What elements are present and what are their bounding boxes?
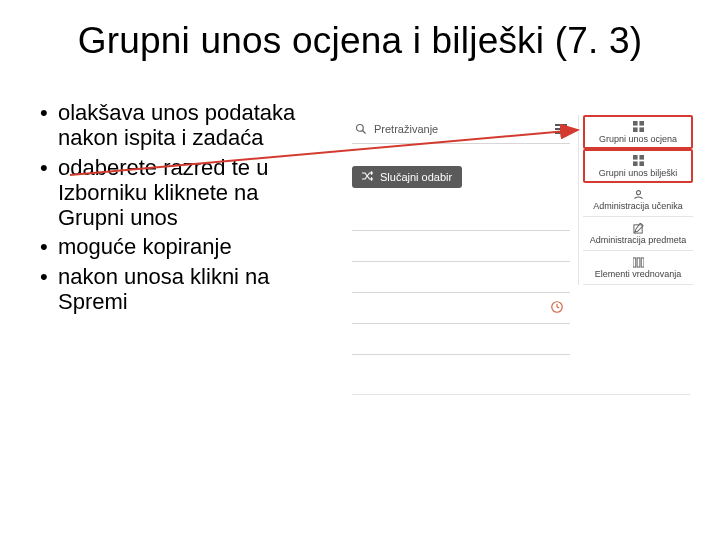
bullet-list: olakšava unos podataka nakon ispita i za… [40,100,330,318]
random-select-button[interactable]: Slučajni odabir [352,166,462,188]
bullet-item: odaberete razred te u Izborniku kliknete… [40,155,330,231]
svg-point-16 [636,190,640,194]
svg-rect-10 [633,127,638,132]
clock-icon [550,300,564,314]
ui-mock: Pretraživanje [352,115,690,395]
menu-item-label: Grupni unos bilješki [599,168,678,178]
list-row [352,262,570,293]
random-select-label: Slučajni odabir [380,171,452,183]
bullet-item: nakon unosa klikni na Spremi [40,264,330,315]
svg-rect-8 [633,121,638,126]
grid-icon [632,155,644,167]
svg-rect-9 [639,121,644,126]
person-icon [632,188,644,200]
menu-item-administracija-predmeta[interactable]: Administracija predmeta [583,217,693,251]
menu-item-grupni-unos-ocjena[interactable]: Grupni unos ocjena [583,115,693,149]
bullet-item: olakšava unos podataka nakon ispita i za… [40,100,330,151]
svg-point-0 [357,125,364,132]
menu-item-grupni-unos-biljeski[interactable]: Grupni unos bilješki [583,149,693,183]
svg-line-1 [363,131,366,134]
svg-rect-14 [633,161,638,166]
menu-item-elementi-vrednovanja[interactable]: Elementi vrednovanja [583,251,693,285]
ui-bottom-border [352,394,690,395]
hamburger-icon[interactable] [552,123,570,135]
list-row [352,200,570,231]
svg-rect-20 [641,257,644,266]
ui-left-column: Pretraživanje [352,115,570,355]
svg-rect-11 [639,127,644,132]
svg-rect-19 [637,257,640,266]
search-icon [354,123,368,135]
menu-item-label: Elementi vrednovanja [595,269,682,279]
slide: Grupni unos ocjena i bilješki (7. 3) ola… [0,0,720,540]
menu-item-label: Administracija učenika [593,201,683,211]
bullet-item: moguće kopiranje [40,234,330,259]
list-row [352,231,570,262]
ui-right-menu: Grupni unos ocjena Grupni unos bilješki … [578,115,693,285]
columns-icon [632,256,644,268]
list-row [352,293,570,324]
svg-rect-18 [633,257,636,266]
svg-rect-15 [639,161,644,166]
grid-icon [632,121,644,133]
svg-rect-12 [633,155,638,160]
search-label: Pretraživanje [374,123,546,135]
slide-title: Grupni unos ocjena i bilješki (7. 3) [0,20,720,62]
svg-line-7 [557,307,559,308]
search-row[interactable]: Pretraživanje [352,115,570,144]
menu-item-administracija-ucenika[interactable]: Administracija učenika [583,183,693,217]
svg-rect-13 [639,155,644,160]
menu-item-label: Grupni unos ocjena [599,134,677,144]
edit-icon [632,222,644,234]
menu-item-label: Administracija predmeta [590,235,687,245]
shuffle-icon [362,171,374,183]
list-row [352,324,570,355]
